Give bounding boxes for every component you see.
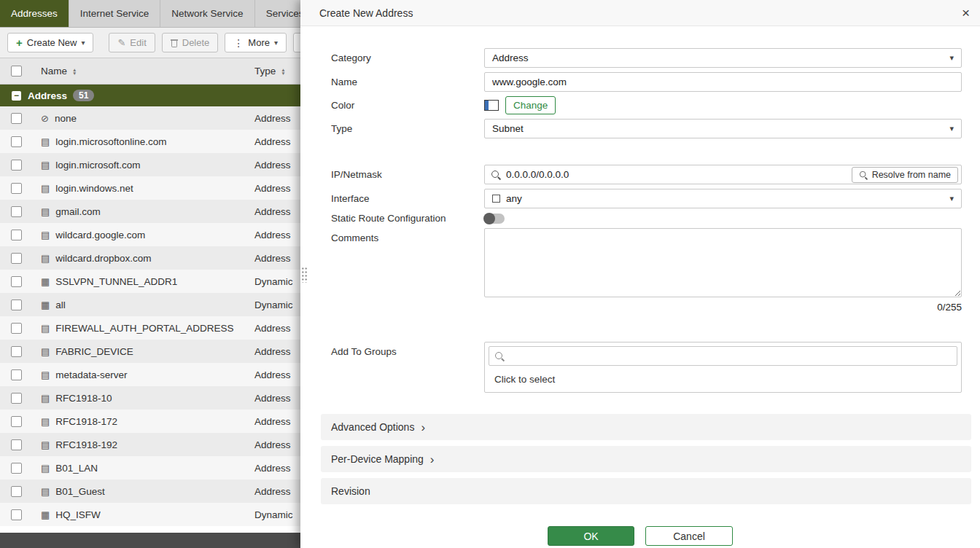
row-type: Address [254, 113, 291, 124]
row-type: Address [254, 369, 291, 380]
row-type: Address [254, 416, 291, 427]
row-checkbox[interactable] [11, 416, 22, 427]
interface-value: any [506, 193, 522, 204]
row-name: none [55, 113, 77, 124]
section-label: Advanced Options [331, 421, 414, 433]
row-checkbox[interactable] [11, 509, 22, 520]
interface-label: Interface [331, 193, 484, 204]
color-row: Color Change [331, 96, 962, 114]
section-label: Revision [331, 485, 370, 497]
row-name: RFC1918-172 [55, 416, 117, 427]
section-header[interactable]: Advanced Options › [321, 414, 971, 440]
name-column-header[interactable]: Name ▲▼ [32, 66, 252, 77]
ip-netmask-label: IP/Netmask [331, 169, 484, 180]
row-name: login.microsoft.com [55, 160, 140, 171]
name-input[interactable] [484, 72, 962, 92]
row-checkbox[interactable] [11, 276, 22, 287]
row-name: SSLVPN_TUNNEL_ADDR1 [55, 276, 177, 287]
address-icon [41, 463, 50, 473]
row-name: login.microsoftonline.com [55, 136, 166, 147]
trash-icon [171, 39, 178, 47]
any-interface-icon [492, 195, 500, 203]
address-icon [41, 230, 50, 240]
create-new-label: Create New [27, 37, 77, 48]
row-type: Address [254, 393, 291, 404]
interface-select[interactable]: any ▾ [484, 189, 962, 208]
ip-netmask-input[interactable] [506, 169, 852, 180]
row-checkbox[interactable] [11, 136, 22, 147]
row-type: Dynamic [254, 300, 293, 310]
close-icon[interactable]: × [962, 6, 970, 20]
chevron-down-icon: ▾ [274, 39, 278, 47]
section-header[interactable]: Per-Device Mapping › [321, 446, 971, 472]
row-checkbox[interactable] [11, 439, 22, 450]
none-icon [41, 114, 49, 123]
row-checkbox[interactable] [11, 463, 22, 474]
section-header[interactable]: Revision [321, 478, 971, 504]
resolve-label: Resolve from name [872, 170, 951, 180]
sort-icon: ▲▼ [281, 68, 285, 75]
row-checkbox[interactable] [11, 183, 22, 194]
static-route-toggle[interactable] [484, 214, 505, 224]
tab[interactable]: Network Service [160, 0, 254, 27]
name-header-label: Name [41, 66, 67, 77]
change-color-button[interactable]: Change [505, 96, 556, 114]
row-checkbox[interactable] [11, 323, 22, 334]
resolve-from-name-button[interactable]: Resolve from name [852, 167, 958, 183]
row-checkbox[interactable] [11, 486, 22, 497]
comments-label: Comments [331, 228, 484, 243]
tab[interactable]: Addresses [0, 0, 69, 27]
row-name: FIREWALL_AUTH_PORTAL_ADDRESS [55, 323, 233, 334]
comments-textarea[interactable] [484, 228, 962, 297]
collapsible-sections: Advanced Options › Per-Device Mapping › … [300, 397, 980, 504]
row-type: Dynamic [254, 509, 293, 520]
name-label: Name [331, 77, 484, 87]
row-type: Address [254, 346, 291, 357]
select-all-checkbox[interactable] [11, 66, 22, 77]
chevron-down-icon: ▾ [949, 194, 954, 203]
type-label: Type [331, 123, 484, 134]
edit-button[interactable]: ✎ Edit [109, 33, 155, 52]
row-checkbox[interactable] [11, 253, 22, 264]
ok-button[interactable]: OK [548, 526, 634, 546]
category-label: Category [331, 52, 484, 63]
delete-button[interactable]: Delete [162, 33, 219, 52]
row-type: Address [254, 486, 291, 497]
name-row: Name [331, 72, 962, 92]
address-icon [41, 184, 50, 193]
group-label: Address [28, 90, 67, 101]
row-checkbox[interactable] [11, 346, 22, 357]
modal-title: Create New Address [319, 7, 962, 19]
edit-label: Edit [130, 37, 146, 48]
row-name: wildcard.google.com [55, 230, 145, 240]
row-type: Address [254, 183, 291, 194]
row-name: all [55, 300, 66, 310]
row-checkbox[interactable] [11, 160, 22, 171]
row-checkbox[interactable] [11, 113, 22, 124]
groups-search-input[interactable] [510, 351, 951, 361]
chevron-down-icon: ▾ [949, 53, 954, 63]
delete-label: Delete [182, 37, 210, 48]
vertical-dots-icon: ⋮ [233, 37, 244, 49]
row-name: B01_Guest [55, 486, 105, 497]
row-checkbox[interactable] [11, 393, 22, 404]
row-checkbox[interactable] [11, 206, 22, 217]
groups-hint[interactable]: Click to select [485, 369, 961, 392]
tab[interactable]: Internet Service [69, 0, 161, 27]
comments-row: Comments [331, 228, 962, 297]
row-type: Address [254, 136, 291, 147]
modal-form: Category Address ▾ Name Color Change Typ… [300, 26, 980, 393]
category-row: Category Address ▾ [331, 48, 962, 68]
row-name: login.windows.net [55, 183, 133, 194]
row-checkbox[interactable] [11, 369, 22, 380]
create-new-button[interactable]: + Create New ▾ [7, 33, 93, 52]
resize-gripper[interactable] [301, 267, 308, 283]
category-select[interactable]: Address ▾ [484, 48, 962, 68]
row-checkbox[interactable] [11, 300, 22, 310]
type-value: Subnet [492, 123, 524, 134]
row-checkbox[interactable] [11, 230, 22, 240]
more-button[interactable]: ⋮ More ▾ [225, 33, 287, 52]
cancel-button[interactable]: Cancel [645, 526, 733, 546]
collapse-icon[interactable]: − [12, 91, 21, 101]
type-select[interactable]: Subnet ▾ [484, 119, 962, 138]
